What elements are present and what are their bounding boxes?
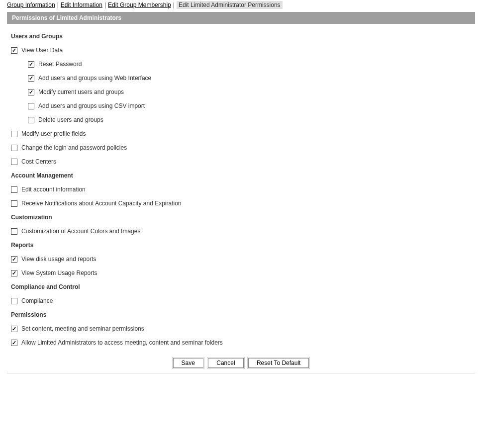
cancel-button[interactable]: Cancel: [208, 358, 243, 368]
permission-label: Set content, meeting and seminar permiss…: [21, 325, 144, 332]
permission-sublabel: Delete users and groups: [38, 116, 103, 123]
checkbox[interactable]: [11, 47, 17, 54]
group-heading: Customization: [11, 214, 475, 221]
permission-sublabel: Add users and groups using Web Interface: [38, 75, 151, 82]
checkbox[interactable]: [28, 89, 34, 95]
group-heading: Compliance and Control: [11, 283, 475, 290]
permission-item: Allow Limited Administrators to access m…: [11, 339, 475, 346]
permission-label: Edit account information: [21, 186, 86, 193]
permission-item: View User Data: [11, 47, 475, 54]
permission-label: View disk usage and reports: [21, 256, 96, 263]
permission-subitem: Delete users and groups: [28, 116, 475, 123]
permission-item: Set content, meeting and seminar permiss…: [11, 325, 475, 332]
permission-item: Edit account information: [11, 186, 475, 193]
permission-label: Customization of Account Colors and Imag…: [21, 228, 140, 235]
tab-link[interactable]: Edit Group Membership: [108, 1, 171, 8]
permission-item: Modify user profile fields: [11, 130, 475, 137]
permission-label: View System Usage Reports: [21, 269, 97, 276]
permission-subitem: Add users and groups using CSV import: [28, 102, 475, 109]
checkbox[interactable]: [11, 270, 17, 276]
permission-item: View disk usage and reports: [11, 256, 475, 263]
section-header: Permissions of Limited Administrators: [7, 12, 475, 24]
permission-item: View System Usage Reports: [11, 269, 475, 276]
permission-sublabel: Reset Password: [38, 61, 82, 68]
permission-item: Receive Notifications about Account Capa…: [11, 200, 475, 207]
permission-item: Cost Centers: [11, 158, 475, 165]
save-button[interactable]: Save: [173, 358, 203, 368]
permission-label: Receive Notifications about Account Capa…: [21, 200, 182, 207]
checkbox[interactable]: [11, 298, 17, 304]
checkbox[interactable]: [11, 186, 17, 193]
permission-label: Change the login and password policies: [21, 144, 127, 151]
checkbox[interactable]: [28, 61, 34, 68]
tab-separator: |: [171, 1, 177, 8]
tab-active: Edit Limited Administrator Permissions: [177, 1, 283, 9]
bottom-divider: [7, 373, 475, 373]
permissions-content: Users and GroupsView User DataReset Pass…: [7, 33, 475, 346]
permission-subitems: Reset PasswordAdd users and groups using…: [28, 61, 475, 123]
reset-to-default-button[interactable]: Reset To Default: [248, 358, 309, 368]
permission-label: View User Data: [21, 47, 63, 54]
checkbox[interactable]: [11, 228, 17, 235]
permission-sublabel: Add users and groups using CSV import: [38, 102, 145, 109]
action-button-row: Save Cancel Reset To Default: [7, 353, 475, 370]
tab-link[interactable]: Group Information: [7, 1, 55, 8]
checkbox[interactable]: [11, 326, 17, 332]
checkbox[interactable]: [28, 117, 34, 123]
tab-separator: |: [102, 1, 108, 8]
tab-link[interactable]: Edit Information: [61, 1, 102, 8]
checkbox[interactable]: [28, 103, 34, 109]
permission-label: Compliance: [21, 297, 53, 304]
group-heading: Account Management: [11, 172, 475, 179]
permission-item: Compliance: [11, 297, 475, 304]
permission-subitem: Add users and groups using Web Interface: [28, 75, 475, 82]
permission-label: Modify user profile fields: [21, 130, 86, 137]
tab-bar: Group Information|Edit Information|Edit …: [7, 0, 475, 12]
checkbox[interactable]: [11, 200, 17, 207]
permission-subitem: Reset Password: [28, 61, 475, 68]
group-heading: Reports: [11, 242, 475, 249]
group-heading: Permissions: [11, 311, 475, 318]
checkbox[interactable]: [11, 159, 17, 165]
checkbox[interactable]: [11, 340, 17, 346]
permission-subitem: Modify current users and groups: [28, 89, 475, 95]
permission-item: Customization of Account Colors and Imag…: [11, 228, 475, 235]
tab-separator: |: [55, 1, 61, 8]
permission-item: Change the login and password policies: [11, 144, 475, 151]
checkbox[interactable]: [11, 256, 17, 263]
permission-label: Cost Centers: [21, 158, 56, 165]
group-heading: Users and Groups: [11, 33, 475, 40]
checkbox[interactable]: [11, 131, 17, 137]
permission-sublabel: Modify current users and groups: [38, 89, 124, 95]
checkbox[interactable]: [28, 75, 34, 82]
permission-label: Allow Limited Administrators to access m…: [21, 339, 223, 346]
checkbox[interactable]: [11, 145, 17, 151]
